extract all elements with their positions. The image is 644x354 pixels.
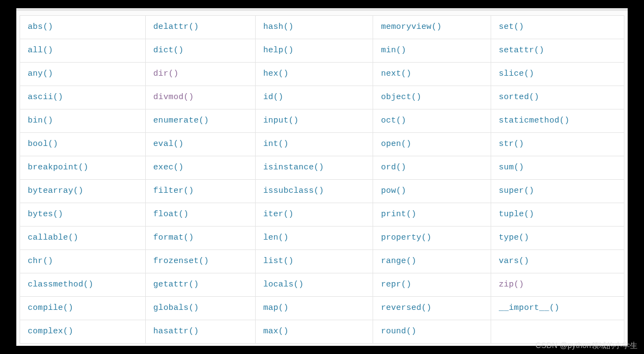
table-cell: sum() [491, 156, 624, 180]
function-link[interactable]: tuple() [499, 210, 534, 219]
table-row: bytes()float()iter()print()tuple() [20, 203, 624, 227]
function-link[interactable]: setattr() [499, 46, 544, 55]
function-link[interactable]: pow() [381, 186, 406, 196]
function-link[interactable]: complex() [28, 327, 73, 336]
function-link[interactable]: repr() [381, 280, 411, 289]
function-link[interactable]: super() [499, 186, 534, 196]
function-link[interactable]: bytearray() [28, 186, 83, 196]
function-link[interactable]: object() [381, 93, 421, 102]
table-cell: float() [145, 203, 255, 227]
table-cell: repr() [373, 273, 491, 297]
function-link[interactable]: map() [263, 303, 289, 313]
table-cell: vars() [491, 250, 624, 273]
function-link[interactable]: reversed() [381, 303, 431, 313]
function-link[interactable]: ascii() [28, 93, 63, 102]
table-row: compile()globals()map()reversed()__impor… [20, 297, 624, 320]
table-cell: exec() [145, 156, 255, 180]
function-link[interactable]: input() [263, 116, 299, 125]
function-link[interactable]: iter() [263, 210, 294, 219]
function-link[interactable]: isinstance() [263, 163, 324, 172]
function-link[interactable]: open() [381, 139, 411, 149]
function-link[interactable]: divmod() [153, 93, 194, 102]
table-cell: help() [255, 39, 373, 63]
table-cell: list() [255, 250, 373, 273]
function-link[interactable]: vars() [499, 257, 529, 266]
function-link[interactable]: globals() [153, 303, 199, 313]
function-link[interactable]: abs() [28, 22, 53, 32]
table-cell: filter() [145, 180, 255, 203]
table-cell: globals() [145, 297, 255, 320]
function-link[interactable]: ord() [381, 163, 406, 172]
function-link[interactable]: int() [263, 139, 289, 149]
table-cell: zip() [491, 273, 624, 297]
function-link[interactable]: set() [499, 22, 524, 32]
function-link[interactable]: memoryview() [381, 22, 442, 32]
function-link[interactable]: type() [499, 233, 529, 242]
table-cell: len() [255, 227, 373, 250]
function-link[interactable]: float() [153, 210, 189, 219]
function-link[interactable]: locals() [263, 280, 304, 289]
function-link[interactable]: next() [381, 69, 411, 78]
function-link[interactable]: bin() [28, 116, 53, 125]
function-link[interactable]: __import__() [499, 303, 560, 313]
function-link[interactable]: chr() [28, 257, 53, 266]
function-link[interactable]: dir() [153, 69, 179, 78]
table-cell: hex() [255, 63, 373, 86]
function-link[interactable]: max() [263, 327, 289, 336]
function-link[interactable]: any() [28, 69, 53, 78]
function-link[interactable]: property() [381, 233, 431, 242]
table-cell: ord() [373, 156, 491, 180]
function-link[interactable]: sum() [499, 163, 524, 172]
function-link[interactable]: str() [499, 139, 524, 149]
function-link[interactable]: staticmethod() [499, 116, 569, 125]
table-cell [491, 320, 624, 344]
function-link[interactable]: delattr() [153, 22, 199, 32]
function-link[interactable]: enumerate() [153, 116, 209, 125]
table-cell: isinstance() [255, 156, 373, 180]
function-link[interactable]: help() [263, 46, 294, 55]
function-link[interactable]: sorted() [499, 93, 539, 102]
function-link[interactable]: list() [263, 257, 294, 266]
table-cell: setattr() [491, 39, 624, 63]
function-link[interactable]: hash() [263, 22, 294, 32]
function-link[interactable]: hasattr() [153, 327, 199, 336]
function-link[interactable]: bytes() [28, 210, 63, 219]
table-cell: memoryview() [373, 16, 491, 39]
function-link[interactable]: breakpoint() [28, 163, 89, 172]
function-link[interactable]: all() [28, 46, 53, 55]
table-cell: dir() [145, 63, 255, 86]
function-link[interactable]: getattr() [153, 280, 199, 289]
function-link[interactable]: bool() [28, 139, 58, 149]
function-link[interactable]: compile() [28, 303, 73, 313]
table-cell: open() [373, 133, 491, 156]
function-link[interactable]: slice() [499, 69, 534, 78]
table-cell: format() [145, 227, 255, 250]
table-cell: bytes() [20, 203, 146, 227]
function-link[interactable]: print() [381, 210, 416, 219]
function-link[interactable]: zip() [499, 280, 524, 289]
table-cell: str() [491, 133, 624, 156]
function-link[interactable]: issubclass() [263, 186, 324, 196]
table-row: complex()hasattr()max()round() [20, 320, 624, 344]
function-link[interactable]: eval() [153, 139, 184, 149]
table-cell: hasattr() [145, 320, 255, 344]
function-link[interactable]: dict() [153, 46, 184, 55]
function-link[interactable]: min() [381, 46, 406, 55]
table-cell: max() [255, 320, 373, 344]
function-link[interactable]: hex() [263, 69, 289, 78]
function-link[interactable]: format() [153, 233, 194, 242]
function-link[interactable]: callable() [28, 233, 78, 242]
function-link[interactable]: oct() [381, 116, 406, 125]
function-link[interactable]: len() [263, 233, 289, 242]
function-link[interactable]: exec() [153, 163, 184, 172]
table-cell: object() [373, 86, 491, 109]
table-cell: dict() [145, 39, 255, 63]
function-link[interactable]: range() [381, 257, 416, 266]
function-link[interactable]: frozenset() [153, 257, 209, 266]
function-link[interactable]: round() [381, 327, 416, 336]
function-link[interactable]: filter() [153, 186, 194, 196]
table-cell: callable() [20, 227, 146, 250]
function-link[interactable]: id() [263, 93, 283, 102]
function-link[interactable]: classmethod() [28, 280, 94, 289]
table-cell: pow() [373, 180, 491, 203]
